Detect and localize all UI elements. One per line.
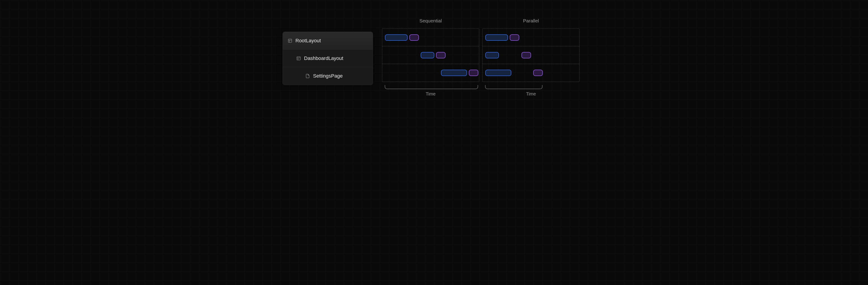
timeline-section: Sequential Time — [382, 18, 580, 96]
tree-row-settingspage[interactable]: SettingsPage — [283, 67, 373, 85]
render-bar — [522, 52, 531, 58]
svg-rect-3 — [297, 57, 301, 60]
component-tree-panel: RootLayout DashboardLayout SettingsPage — [283, 32, 373, 85]
bracket-line — [385, 85, 478, 89]
timeline-column-title: Sequential — [382, 18, 479, 24]
render-bar — [510, 34, 519, 41]
fetch-bar — [485, 52, 499, 58]
bracket-line — [485, 85, 542, 89]
fetch-bar — [441, 70, 467, 76]
timeline-row — [382, 46, 479, 64]
render-bar — [469, 70, 478, 76]
timeline-column-title: Parallel — [483, 18, 580, 24]
layout-icon — [296, 56, 301, 61]
timeline-row — [382, 64, 479, 82]
diagram-stage: RootLayout DashboardLayout SettingsPage … — [255, 0, 613, 118]
tree-row-label: DashboardLayout — [304, 55, 343, 61]
tree-row-label: RootLayout — [296, 38, 321, 44]
tree-row-label: SettingsPage — [313, 73, 343, 79]
timeline-column-sequential: Sequential Time — [382, 18, 479, 96]
time-bracket: Time — [483, 85, 580, 96]
tree-row-rootlayout[interactable]: RootLayout — [283, 32, 373, 50]
timeline-row — [483, 46, 579, 64]
timeline-row — [483, 64, 579, 82]
render-bar — [409, 34, 419, 41]
render-bar — [533, 70, 543, 76]
fetch-bar — [485, 34, 508, 41]
page-icon — [305, 74, 310, 78]
timeline-rows — [483, 28, 580, 82]
timeline-rows — [382, 28, 479, 82]
fetch-bar — [421, 52, 434, 58]
fetch-bar — [485, 70, 511, 76]
render-bar — [436, 52, 445, 58]
fetch-bar — [385, 34, 408, 41]
bracket-label: Time — [382, 91, 479, 96]
timeline-row — [382, 29, 479, 46]
timeline-row — [483, 29, 579, 46]
svg-rect-0 — [288, 39, 292, 42]
bracket-label: Time — [483, 91, 580, 96]
tree-row-dashboardlayout[interactable]: DashboardLayout — [283, 50, 373, 67]
timeline-column-parallel: Parallel Time — [483, 18, 580, 96]
time-bracket: Time — [382, 85, 479, 96]
layout-icon — [288, 38, 292, 43]
